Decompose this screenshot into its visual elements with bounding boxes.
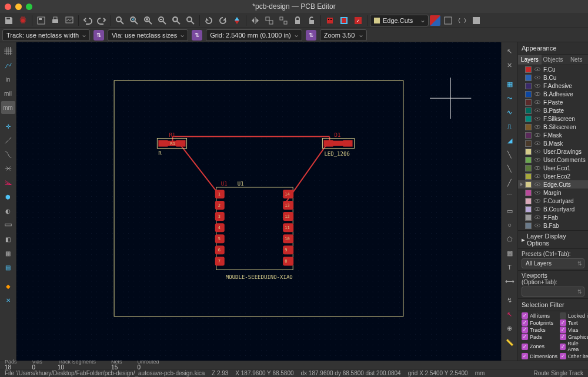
filter-all-items[interactable]: ✓All items [522, 312, 557, 319]
select-tool-icon[interactable]: ↖ [503, 45, 517, 58]
layer-row-b-paste[interactable]: B.Paste [518, 106, 588, 115]
filter-text[interactable]: ✓Text [560, 319, 588, 326]
contrast-mode-icon[interactable]: ◧ [1, 233, 15, 245]
presets-dropdown[interactable]: All Layers [522, 258, 584, 268]
add-arc-icon[interactable]: ⌒ [503, 190, 517, 203]
zoom-in-icon[interactable] [142, 14, 155, 27]
layers-manager-icon[interactable]: ▤ [1, 261, 15, 274]
visibility-eye-icon[interactable] [534, 148, 541, 155]
layer-list[interactable]: F.Cu B.Cu F.Adhesive B.Adhesive F.Paste … [518, 65, 588, 230]
visibility-eye-icon[interactable] [534, 189, 541, 196]
zoom-dropdown[interactable]: Zoom 3.50 [320, 29, 367, 41]
visibility-eye-icon[interactable] [534, 173, 541, 180]
visibility-eye-icon[interactable] [534, 206, 541, 213]
layer-row-f-adhesive[interactable]: F.Adhesive [518, 82, 588, 90]
visibility-eye-icon[interactable] [534, 222, 541, 229]
group-icon[interactable] [263, 14, 276, 27]
tab-layers[interactable]: Layers [518, 55, 542, 65]
add-poly-icon[interactable]: ⬠ [503, 233, 517, 245]
render-settings-icon[interactable] [442, 14, 455, 27]
filter-graphics[interactable]: ✓Graphics [560, 334, 588, 340]
zoom-selection-icon[interactable] [184, 14, 197, 27]
layer-color-swatch[interactable] [525, 223, 532, 229]
layer-row-b-silkscreen[interactable]: B.Silkscreen [518, 123, 588, 131]
add-circle-icon[interactable]: ○ [503, 218, 517, 231]
layer-color-swatch[interactable] [525, 99, 532, 106]
layer-row-margin[interactable]: Margin [518, 188, 588, 197]
checkbox-icon[interactable]: ✓ [522, 353, 528, 359]
layer-row-b-courtyard[interactable]: B.Courtyard [518, 205, 588, 213]
update-schematic-icon[interactable] [338, 14, 350, 27]
track-width-dropdown[interactable]: Track: use netclass width [2, 29, 90, 41]
undo-icon[interactable] [81, 14, 94, 27]
filter-dimensions[interactable]: ✓Dimensions [522, 353, 557, 359]
wireframe-zones-icon[interactable] [1, 176, 15, 189]
checkbox-icon[interactable] [560, 312, 566, 319]
layer-color-swatch[interactable] [525, 66, 532, 73]
layer-row-user-eco1[interactable]: User.Eco1 [518, 164, 588, 172]
layer-row-b-mask[interactable]: B.Mask [518, 139, 588, 147]
layer-color-swatch[interactable] [525, 149, 532, 155]
scripting-icon[interactable] [456, 14, 469, 27]
visibility-eye-icon[interactable] [534, 123, 541, 130]
layer-row-f-courtyard[interactable]: F.Courtyard [518, 197, 588, 205]
grid-dropdown[interactable]: Grid: 2.5400 mm (0.1000 in) [206, 29, 302, 41]
help-icon[interactable] [470, 14, 483, 27]
tab-nets[interactable]: Nets [564, 55, 588, 65]
filter-pads[interactable]: ✓Pads [522, 334, 557, 340]
filter-locked-it[interactable]: Locked it [560, 312, 588, 319]
save-icon[interactable] [2, 14, 15, 27]
layer-row-edge-cuts[interactable]: Edge.Cuts [518, 180, 588, 188]
outline-mode-icon[interactable] [1, 162, 15, 175]
units-inches-icon[interactable]: in [1, 73, 15, 86]
units-mils-icon[interactable]: mil [1, 87, 15, 100]
filter-zones[interactable]: ✓Zones [522, 341, 557, 352]
via-size-dropdown[interactable]: Via: use netclass sizes [108, 29, 188, 41]
visibility-eye-icon[interactable] [534, 197, 541, 204]
tune-skew-icon[interactable]: ◢ [503, 134, 517, 147]
via-stepper[interactable]: ⇅ [192, 30, 202, 41]
mirror-h-icon[interactable] [249, 14, 262, 27]
flip-icon[interactable] [230, 14, 243, 27]
zoom-fit-icon[interactable] [170, 14, 183, 27]
layer-row-b-cu[interactable]: B.Cu [518, 73, 588, 82]
rotate-cw-icon[interactable] [216, 14, 229, 27]
layer-color-swatch[interactable] [525, 165, 532, 171]
cursor-crosshair-icon[interactable]: ✛ [1, 120, 15, 133]
diff-pair-icon[interactable]: ∿ [503, 106, 517, 119]
window-close-button[interactable] [5, 4, 11, 10]
layer-color-swatch[interactable] [525, 116, 532, 122]
redo-icon[interactable] [95, 14, 108, 27]
grid-stepper[interactable]: ⇅ [306, 30, 316, 41]
visibility-eye-icon[interactable] [534, 74, 541, 81]
add-image-icon[interactable]: ▩ [503, 247, 517, 260]
add-dimension-icon[interactable]: ⟷ [503, 275, 517, 288]
layer-display-options-toggle[interactable]: ▸ Layer Display Options [522, 233, 584, 247]
route-track-icon[interactable]: ⤳ [503, 92, 517, 105]
layer-color-swatch[interactable] [525, 206, 532, 213]
visibility-eye-icon[interactable] [534, 82, 541, 89]
layer-color-swatch[interactable] [525, 181, 532, 188]
page-settings-icon[interactable] [35, 14, 48, 27]
add-via-icon[interactable]: ╲ [503, 148, 517, 161]
layer-dropdown[interactable]: Edge.Cuts [370, 15, 429, 26]
zoom-refresh-icon[interactable] [128, 14, 141, 27]
filter-footprints[interactable]: ✓Footprints [522, 319, 557, 326]
footprint-editor-icon[interactable] [323, 14, 336, 27]
print-icon[interactable] [49, 14, 62, 27]
layer-color-swatch[interactable] [525, 140, 532, 147]
local-ratsnest-icon[interactable]: ✕ [503, 59, 517, 72]
filter-tracks[interactable]: ✓Tracks [522, 326, 557, 333]
delete-icon[interactable]: ↯ [503, 294, 517, 307]
visibility-eye-icon[interactable] [534, 115, 541, 122]
layer-color-swatch[interactable] [525, 157, 532, 163]
layer-color-swatch[interactable] [525, 198, 532, 204]
settings-icon[interactable] [16, 14, 29, 27]
checkbox-icon[interactable]: ✓ [522, 334, 528, 340]
ratsnest-curved-icon[interactable] [1, 148, 15, 161]
visibility-eye-icon[interactable] [534, 90, 541, 97]
ratsnest-icon[interactable] [1, 134, 15, 147]
visibility-eye-icon[interactable] [534, 214, 541, 221]
filter-vias[interactable]: ✓Vias [560, 326, 588, 333]
layer-color-swatch[interactable] [525, 91, 532, 97]
